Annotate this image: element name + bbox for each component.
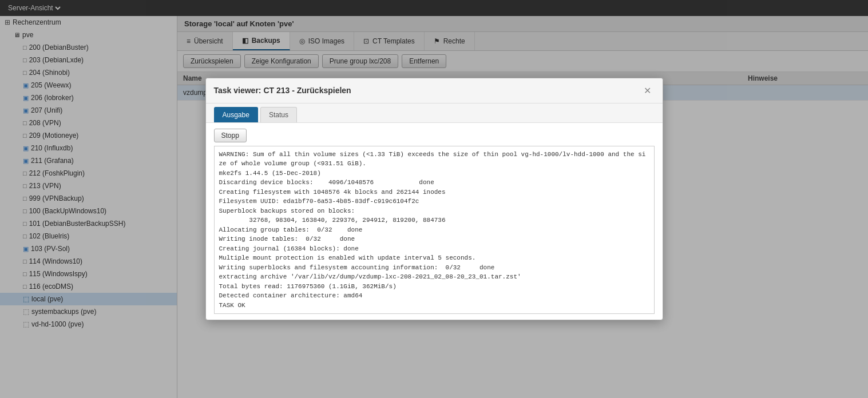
modal-tab-output[interactable]: Ausgabe [214,107,258,122]
modal-toolbar: Stopp [214,129,655,142]
log-line: Creating filesystem with 1048576 4k bloc… [219,188,649,197]
log-line: TASK OK [219,301,649,311]
log-line: 32768, 98304, 163840, 229376, 294912, 81… [219,216,649,225]
log-line: Allocating group tables: 0/32 done [219,225,649,235]
log-line: Creating journal (16384 blocks): done [219,244,649,254]
log-line: Multiple mount protection is enabled wit… [219,253,649,263]
log-area[interactable]: WARNING: Sum of all thin volume sizes (<… [214,146,655,315]
log-line: Superblock backups stored on blocks: [219,206,649,216]
log-line: Total bytes read: 1176975360 (1.1GiB, 36… [219,282,649,292]
log-line: WARNING: Sum of all thin volume sizes (<… [219,150,649,169]
log-line: extracting archive '/var/lib/vz/dump/vzd… [219,272,649,282]
log-line: Writing inode tables: 0/32 done [219,234,649,244]
log-line: Writing superblocks and filesystem accou… [219,263,649,273]
modal-overlay: Task viewer: CT 213 - Zurückspielen ✕ Au… [0,0,868,398]
task-viewer-modal: Task viewer: CT 213 - Zurückspielen ✕ Au… [205,78,663,321]
stop-button[interactable]: Stopp [214,129,247,142]
modal-header: Task viewer: CT 213 - Zurückspielen ✕ [206,78,663,104]
modal-title: Task viewer: CT 213 - Zurückspielen [214,86,351,95]
modal-close-button[interactable]: ✕ [640,84,655,97]
modal-tab-status[interactable]: Status [260,107,297,122]
modal-body: Stopp WARNING: Sum of all thin volume si… [206,123,663,320]
log-line: mke2fs 1.44.5 (15-Dec-2018) [219,169,649,178]
log-line: Filesystem UUID: eda1bf70-6a53-4b85-83df… [219,197,649,206]
log-line: Detected container architecture: amd64 [219,291,649,301]
log-line: Discarding device blocks: 4096/1048576 d… [219,178,649,188]
modal-tabs: AusgabeStatus [206,104,663,123]
